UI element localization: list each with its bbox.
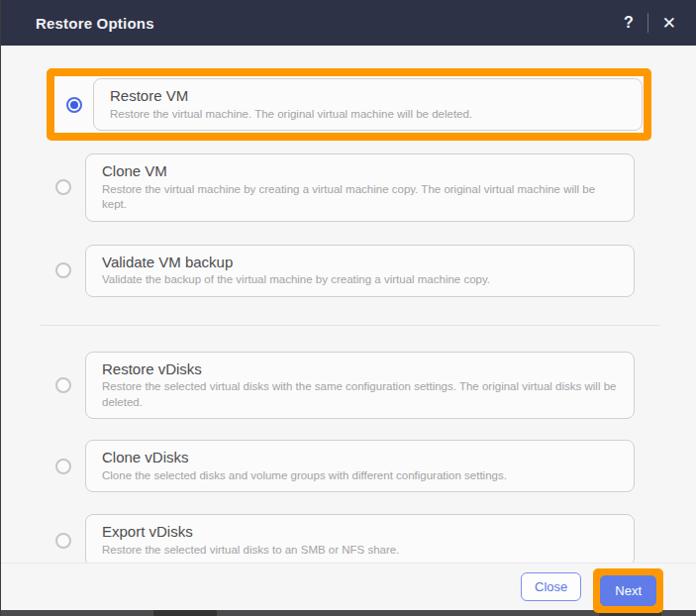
highlight-box-restore-vm: Restore VM Restore the virtual machine. …: [47, 68, 651, 141]
radio-validate-vm-backup[interactable]: [55, 262, 71, 278]
section-divider: [41, 325, 659, 326]
close-icon[interactable]: ✕: [658, 13, 680, 34]
radio-cell: [54, 97, 93, 113]
dialog-title: Restore Options: [36, 15, 620, 32]
help-icon[interactable]: ?: [620, 14, 638, 32]
header-divider: [647, 13, 648, 33]
radio-clone-vdisks[interactable]: [55, 459, 71, 474]
option-title: Clone VM: [102, 161, 618, 181]
option-title: Export vDisks: [102, 522, 618, 542]
restore-options-dialog: Restore Options ? ✕ Restore VM Restore t…: [0, 0, 696, 616]
option-description: Restore the selected virtual disks with …: [102, 379, 618, 410]
page-behind-strip: [1, 610, 696, 616]
option-description: Restore the virtual machine by creating …: [102, 182, 618, 213]
radio-export-vdisks[interactable]: [55, 533, 71, 549]
dialog-footer: Close Next: [1, 563, 696, 610]
next-button[interactable]: Next: [600, 575, 656, 606]
radio-cell: [42, 262, 85, 278]
option-card-restore-vm[interactable]: Restore VM Restore the virtual machine. …: [93, 78, 643, 131]
option-card-clone-vm[interactable]: Clone VM Restore the virtual machine by …: [85, 154, 635, 222]
option-card-export-vdisks[interactable]: Export vDisks Restore the selected virtu…: [85, 514, 635, 563]
close-button[interactable]: Close: [521, 572, 581, 601]
option-description: Restore the virtual machine. The origina…: [110, 107, 626, 123]
highlight-box-next: Next: [593, 568, 663, 613]
option-description: Validate the backup of the virtual machi…: [102, 272, 618, 288]
dialog-body: Restore VM Restore the virtual machine. …: [1, 46, 696, 563]
radio-cell: [42, 459, 85, 474]
option-clone-vm[interactable]: Clone VM Restore the virtual machine by …: [42, 154, 635, 222]
header-actions: ? ✕: [620, 13, 680, 34]
option-restore-vm[interactable]: Restore VM Restore the virtual machine. …: [54, 78, 643, 131]
option-description: Clone the selected disks and volume grou…: [102, 468, 618, 484]
option-validate-vm-backup[interactable]: Validate VM backup Validate the backup o…: [42, 245, 635, 297]
option-export-vdisks[interactable]: Export vDisks Restore the selected virtu…: [42, 514, 635, 563]
option-title: Validate VM backup: [102, 253, 618, 272]
dialog-header: Restore Options ? ✕: [1, 0, 696, 46]
option-restore-vdisks[interactable]: Restore vDisks Restore the selected virt…: [42, 352, 635, 420]
radio-clone-vm[interactable]: [55, 179, 71, 195]
radio-cell: [42, 533, 85, 549]
option-clone-vdisks[interactable]: Clone vDisks Clone the selected disks an…: [42, 440, 635, 492]
option-title: Restore vDisks: [102, 359, 618, 379]
option-card-restore-vdisks[interactable]: Restore vDisks Restore the selected virt…: [85, 352, 635, 420]
radio-restore-vm[interactable]: [66, 97, 82, 113]
option-description: Restore the selected virtual disks to an…: [102, 543, 618, 559]
radio-cell: [42, 179, 85, 195]
option-card-validate-vm-backup[interactable]: Validate VM backup Validate the backup o…: [85, 245, 635, 297]
option-title: Restore VM: [110, 86, 626, 106]
option-card-clone-vdisks[interactable]: Clone vDisks Clone the selected disks an…: [85, 440, 635, 492]
radio-restore-vdisks[interactable]: [55, 377, 71, 393]
radio-cell: [42, 377, 85, 393]
option-title: Clone vDisks: [102, 448, 618, 467]
